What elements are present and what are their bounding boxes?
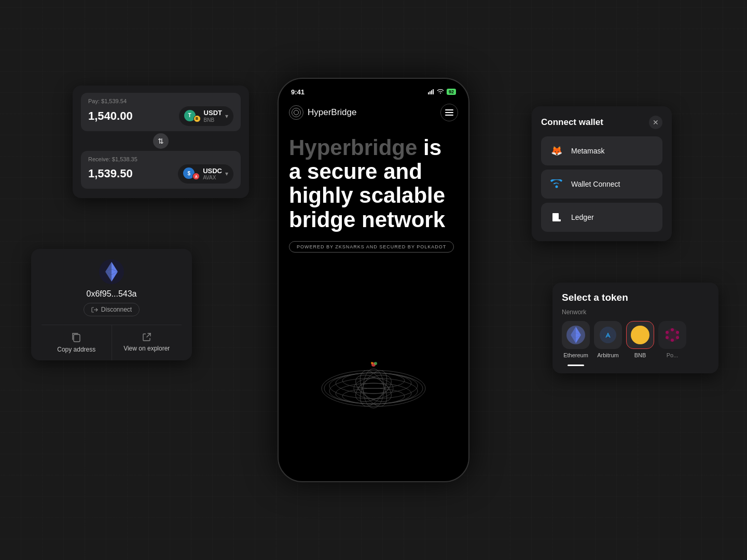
metamask-icon: 🦊: [548, 143, 565, 159]
network-label: Nenwork: [562, 309, 709, 316]
copy-address-button[interactable]: Copy address: [42, 325, 112, 360]
ethereum-name: Ethereum: [563, 352, 588, 358]
network-item-arbitrum[interactable]: Arbitrum: [594, 321, 622, 366]
svg-point-13: [342, 373, 405, 388]
logo-inner: [292, 108, 301, 117]
receive-token-icons: $ A: [183, 167, 200, 180]
receive-token-selector[interactable]: $ A USDC AVAX ▾: [178, 164, 233, 184]
disconnect-label: Disconnect: [101, 306, 132, 313]
svg-rect-2: [431, 90, 432, 94]
receive-amount: 1,539.50: [88, 167, 133, 180]
phone-notch: [340, 79, 407, 93]
arbitrum-logo: [600, 327, 616, 343]
connect-wallet-card: Connect wallet ✕ 🦊 Metamask Wallet Conne…: [532, 106, 672, 241]
polkadot-logo: [665, 327, 680, 343]
ledger-label: Ledger: [571, 213, 594, 221]
svg-rect-3: [433, 89, 434, 94]
status-icons: 92: [428, 89, 456, 95]
hero-section: Hyperbridge is a secure and highly scala…: [279, 125, 468, 306]
metamask-label: Metamask: [571, 147, 605, 155]
hero-line4: bridge network: [289, 207, 445, 232]
pay-amount: 1,540.00: [88, 109, 133, 123]
hamburger-icon: [445, 109, 453, 116]
svg-point-49: [666, 336, 669, 339]
pay-token-icons: T B: [184, 110, 201, 122]
pay-token-secondary: BNB: [204, 117, 222, 123]
walletconnect-icon: [548, 176, 565, 192]
pay-amount-row: 1,540.00 T B USDT BNB ▾: [88, 106, 233, 126]
svg-point-23: [374, 362, 377, 365]
svg-marker-43: [635, 330, 645, 340]
pay-token-selector[interactable]: T B USDT BNB ▾: [179, 106, 233, 126]
svg-point-12: [342, 388, 405, 404]
torus-container: [279, 306, 468, 481]
wifi-icon: [437, 89, 444, 94]
view-explorer-button[interactable]: View on explorer: [112, 325, 182, 360]
battery-indicator: 92: [447, 89, 456, 95]
svg-point-46: [671, 339, 674, 342]
swap-direction-button[interactable]: ⇅: [153, 133, 169, 149]
wallet-actions: Copy address View on explorer: [42, 325, 182, 360]
svg-rect-31: [74, 334, 80, 342]
svg-point-24: [371, 362, 373, 364]
logo-icon: [289, 105, 303, 120]
polkadot-network-icon: [658, 321, 686, 349]
hero-line2: a secure and: [289, 159, 422, 184]
bnb-name: BNB: [634, 352, 646, 358]
walletconnect-label: Wallet Connect: [571, 180, 620, 188]
connect-wallet-title: Connect wallet: [541, 117, 603, 128]
torus-graphic: [316, 347, 431, 430]
view-explorer-label: View on explorer: [123, 345, 170, 352]
status-time: 9:41: [291, 88, 305, 96]
signal-icon: [428, 89, 434, 94]
receive-label: Receive: $1,538.35: [88, 156, 233, 162]
swap-divider: ⇅: [81, 133, 241, 149]
wallet-address: 0x6f95...543a: [42, 289, 182, 299]
bnb-icon-small: B: [193, 115, 201, 122]
disconnect-icon: [91, 306, 98, 313]
ledger-option[interactable]: Ledger: [541, 203, 662, 232]
arbitrum-name: Arbitrum: [597, 352, 619, 358]
metamask-option[interactable]: 🦊 Metamask: [541, 136, 662, 165]
app-header: HyperBridge: [279, 100, 468, 125]
hero-line1-rest: is: [417, 135, 441, 160]
phone-screen: 9:41 92: [279, 79, 468, 481]
svg-point-45: [671, 328, 674, 331]
network-item-ethereum[interactable]: Ethereum: [562, 321, 590, 366]
pay-label: Pay: $1,539.54: [88, 98, 233, 104]
pay-token-main: USDT: [204, 109, 222, 117]
svg-rect-4: [445, 109, 453, 110]
svg-point-48: [676, 331, 679, 334]
hero-text: Hyperbridge is a secure and highly scala…: [289, 136, 445, 232]
polkadot-name: Po...: [667, 352, 679, 358]
chevron-down-icon: ▾: [225, 113, 228, 120]
svg-rect-6: [445, 115, 453, 116]
svg-rect-35: [558, 219, 561, 221]
eth-logo: [566, 326, 585, 344]
receive-amount-row: 1,539.50 $ A USDC AVAX ▾: [88, 164, 233, 184]
svg-rect-5: [445, 112, 453, 113]
network-item-polkadot[interactable]: Po...: [658, 321, 686, 366]
network-item-bnb[interactable]: BNB: [626, 321, 654, 366]
pay-token-names: USDT BNB: [204, 109, 222, 123]
walletconnect-option[interactable]: Wallet Connect: [541, 170, 662, 199]
swap-card: Pay: $1,539.54 1,540.00 T B USDT BNB ▾ ⇅…: [73, 86, 249, 198]
ethereum-network-icon: [562, 321, 590, 349]
bnb-network-icon: [626, 321, 654, 349]
svg-point-47: [666, 331, 669, 334]
svg-point-42: [602, 329, 614, 341]
arbitrum-network-icon: [594, 321, 622, 349]
copy-address-label: Copy address: [57, 346, 95, 353]
copy-icon: [72, 332, 81, 343]
network-list: Ethereum Arbitrum: [562, 321, 709, 366]
disconnect-button[interactable]: Disconnect: [84, 303, 140, 316]
receive-token-secondary: AVAX: [203, 175, 222, 181]
svg-rect-1: [430, 91, 431, 94]
menu-button[interactable]: [440, 104, 458, 121]
chevron-down-icon-2: ▾: [225, 170, 228, 177]
svg-point-32: [556, 186, 558, 188]
close-button[interactable]: ✕: [649, 116, 662, 129]
app-logo: HyperBridge: [289, 105, 357, 120]
connect-wallet-header: Connect wallet ✕: [541, 116, 662, 129]
select-token-card: Select a token Nenwork Ethereum: [552, 283, 718, 373]
